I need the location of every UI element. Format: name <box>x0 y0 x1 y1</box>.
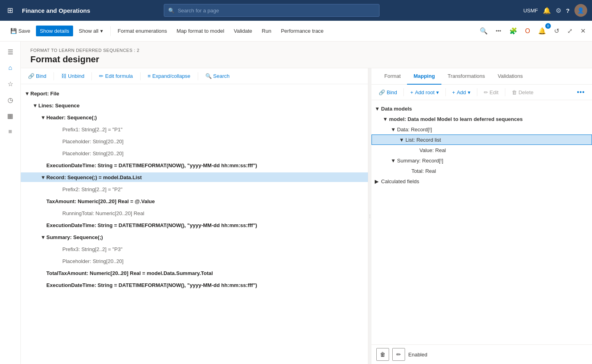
toolbar-search-icon[interactable]: 🔍 <box>477 25 491 37</box>
bind-button[interactable]: 🔗 Bind <box>27 71 47 81</box>
toolbar-puzzle-icon[interactable]: 🧩 <box>506 25 520 37</box>
rtree-data-models[interactable]: ▼ Data models <box>371 103 592 114</box>
right-bind-button[interactable]: 🔗 Bind <box>376 88 399 97</box>
designer-separator-1 <box>54 72 54 80</box>
rtree-data-record[interactable]: ▼ Data: Record[!] <box>371 124 592 135</box>
tree-node-executiondatetime-header[interactable]: ExecutionDateTime: String = DATETIMEFORM… <box>21 159 368 171</box>
tree-node-taxamount[interactable]: TaxAmount: Numeric[20..20] Real = @.Valu… <box>21 195 368 207</box>
toolbar-more-icon[interactable]: ••• <box>493 26 505 36</box>
tree-node-report-file[interactable]: ▼ Report: File <box>21 87 368 99</box>
bottom-trash-icon: 🗑 <box>380 351 385 358</box>
tree-node-prefix2[interactable]: Prefix2: String[2..2] = "P2" <box>21 183 368 195</box>
user-company: USMF <box>523 8 538 14</box>
tree-node-record-sequence[interactable]: ▼ Record: Sequence(;) = model.Data.List <box>21 171 368 183</box>
page-header: FORMAT TO LEARN DEFERRED SEQUENCES : 2 F… <box>21 42 592 68</box>
toolbar-close-icon[interactable]: ✕ <box>577 25 589 37</box>
more-options-button[interactable]: ••• <box>574 87 587 97</box>
toggle-icon[interactable]: ▼ <box>40 114 46 121</box>
show-all-button[interactable]: Show all ▾ <box>75 26 107 36</box>
no-toggle <box>56 258 62 264</box>
left-panel: 🔗 Bind ⛓ Unbind ✏ Edit formula <box>21 68 368 364</box>
main-layout: ☰ ⌂ ☆ ◷ ▦ ≡ FORMAT TO LEARN DEFERRED SEQ… <box>0 42 592 364</box>
tree-node-executiondatetime-summary[interactable]: ExecutionDateTime: String = DATETIMEFORM… <box>21 279 368 291</box>
toolbar-separator-1 <box>110 26 111 36</box>
unbind-button[interactable]: ⛓ Unbind <box>60 71 85 81</box>
tab-validations[interactable]: Validations <box>491 68 529 85</box>
rtree-list-record-list[interactable]: ▼ List: Record list <box>371 135 592 145</box>
sidebar-menu-icon[interactable]: ☰ <box>3 45 18 59</box>
tab-format[interactable]: Format <box>378 68 407 85</box>
map-format-to-model-button[interactable]: Map format to model <box>173 26 228 36</box>
edit-button[interactable]: ✏ Edit <box>481 88 501 97</box>
global-search-input[interactable] <box>178 8 375 14</box>
sidebar-favorites-icon[interactable]: ☆ <box>3 77 18 91</box>
save-icon: 💾 <box>10 28 17 34</box>
sidebar-list-icon[interactable]: ≡ <box>3 125 18 139</box>
tree-node-lines-sequence[interactable]: ▼ Lines: Sequence <box>21 99 368 111</box>
format-enumerations-button[interactable]: Format enumerations <box>114 26 171 36</box>
tree-node-prefix1[interactable]: Prefix1: String[2..2] = "P1" <box>21 123 368 135</box>
help-question-icon[interactable]: ? <box>566 7 570 14</box>
tree-node-prefix3[interactable]: Prefix3: String[2..2] = "P3" <box>21 243 368 255</box>
tree-node-placeholder-summary[interactable]: Placeholder: String[20..20] <box>21 255 368 267</box>
search-button[interactable]: 🔍 Search <box>205 71 230 81</box>
add-button[interactable]: + Add ▾ <box>450 88 473 97</box>
toggle-icon[interactable]: ▼ <box>32 102 38 109</box>
tree-node-placeholder-2[interactable]: Placeholder: String[20..20] <box>21 147 368 159</box>
rtree-model[interactable]: ▼ model: Data model Model to learn defer… <box>371 114 592 124</box>
tree-node-placeholder-1[interactable]: Placeholder: String[20..20] <box>21 135 368 147</box>
right-separator-4 <box>505 88 505 96</box>
edit-formula-button[interactable]: ✏ Edit formula <box>98 71 133 81</box>
format-tree: ▼ Report: File ▼ Lines: Sequence <box>21 84 368 364</box>
tree-node-totaltaxamount[interactable]: TotalTaxAmount: Numeric[20..20] Real = m… <box>21 267 368 279</box>
breadcrumb: FORMAT TO LEARN DEFERRED SEQUENCES : 2 <box>30 48 582 53</box>
toolbar-refresh-icon[interactable]: ↺ <box>551 25 562 37</box>
delete-button[interactable]: 🗑 Delete <box>509 88 536 97</box>
tree-node-header-sequence[interactable]: ▼ Header: Sequence(;) <box>21 111 368 123</box>
rtree-value-real[interactable]: Value: Real <box>371 145 592 155</box>
bottom-delete-button[interactable]: 🗑 <box>376 348 389 361</box>
save-button[interactable]: 💾 Save <box>6 26 34 36</box>
grid-icon[interactable]: ⊞ <box>5 4 16 17</box>
page-title: Format designer <box>30 54 582 65</box>
validate-button[interactable]: Validate <box>230 26 256 36</box>
tab-mapping[interactable]: Mapping <box>407 68 441 85</box>
toolbar-office-icon[interactable]: O <box>522 25 533 37</box>
toolbar-notification-icon[interactable]: 🔔 0 <box>535 25 549 37</box>
toggle-icon[interactable]: ▼ <box>24 90 30 97</box>
rtree-summary-record[interactable]: ▼ Summary: Record[!] <box>371 155 592 166</box>
right-separator-3 <box>477 88 477 96</box>
notification-count-badge: 0 <box>545 23 551 29</box>
sidebar-home-icon[interactable]: ⌂ <box>3 61 18 75</box>
toolbar-maximize-icon[interactable]: ⤢ <box>564 25 576 37</box>
rtree-calculated-fields[interactable]: ▶ Calculated fields <box>371 176 592 186</box>
tab-transformations[interactable]: Transformations <box>441 68 491 85</box>
left-sidebar: ☰ ⌂ ☆ ◷ ▦ ≡ <box>0 42 21 364</box>
rtree-total-real[interactable]: Total: Real <box>371 166 592 176</box>
toggle-icon[interactable]: ▼ <box>40 174 46 180</box>
sidebar-workspaces-icon[interactable]: ▦ <box>3 109 18 123</box>
panel-resize-handle[interactable]: ⋮ <box>368 68 371 364</box>
right-bind-link-icon: 🔗 <box>379 89 385 95</box>
notification-bell-icon[interactable]: 🔔 <box>543 7 551 14</box>
right-separator-1 <box>403 88 404 96</box>
right-panel-tabs: Format Mapping Transformations Validatio… <box>371 68 592 85</box>
performance-trace-button[interactable]: Performance trace <box>277 26 328 36</box>
add-chevron-icon: ▾ <box>468 89 471 95</box>
no-toggle <box>56 126 62 133</box>
unbind-icon: ⛓ <box>61 73 66 79</box>
tree-node-executiondatetime-record[interactable]: ExecutionDateTime: String = DATETIMEFORM… <box>21 219 368 231</box>
run-button[interactable]: Run <box>258 26 275 36</box>
expand-collapse-button[interactable]: ≡ Expand/collapse <box>147 71 191 81</box>
global-search[interactable]: 🔍 <box>164 4 379 17</box>
add-root-button[interactable]: + Add root ▾ <box>408 88 441 97</box>
tree-node-runningtotal[interactable]: RunningTotal: Numeric[20..20] Real <box>21 207 368 219</box>
tree-node-summary-sequence[interactable]: ▼ Summary: Sequence(;) <box>21 231 368 243</box>
toggle-icon[interactable]: ▼ <box>40 234 46 240</box>
no-toggle <box>56 138 62 144</box>
show-details-button[interactable]: Show details <box>36 26 74 36</box>
user-avatar[interactable]: 👤 <box>574 4 587 17</box>
sidebar-history-icon[interactable]: ◷ <box>3 93 18 107</box>
bottom-edit-button[interactable]: ✏ <box>392 348 405 361</box>
settings-gear-icon[interactable]: ⚙ <box>556 7 561 14</box>
